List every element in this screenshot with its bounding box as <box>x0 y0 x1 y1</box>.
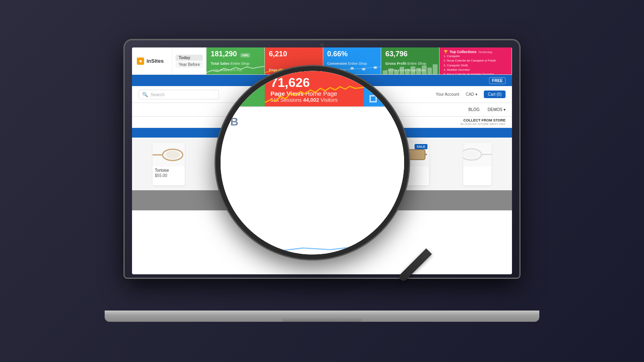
svg-point-7 <box>165 151 180 159</box>
insites-logo-icon: ■ <box>137 58 144 65</box>
page-views-number: 6,210 <box>269 50 319 58</box>
svg-point-27 <box>464 150 479 158</box>
collect-from-store: COLLECT FROM STORE IN OUR NY STORE NEXT … <box>460 118 506 126</box>
conversion-number: 0.66% <box>327 50 377 58</box>
mag-bottom-area: B <box>221 107 404 255</box>
product-img <box>153 142 185 167</box>
mag-wave-chart <box>265 84 364 107</box>
mag-bottom-letter: B <box>230 115 238 128</box>
mag-green-number: 15% <box>226 75 259 88</box>
insites-logo: ■ inSites <box>132 47 172 74</box>
search-box[interactable]: 🔍 Search <box>138 90 219 99</box>
mag-green-sublabel: Pcs <box>226 98 259 103</box>
product-tortoise-partial: Tortoise $55.00 <box>153 142 185 185</box>
mag-conversion-number: 0.6 <box>369 75 398 88</box>
mag-stats-bar: 15% Pcs 71,626 <box>221 71 404 107</box>
search-placeholder: Search <box>151 92 165 97</box>
collection-item-5: 5. Noua Colectie de Mobilier Dormitor <box>444 72 508 74</box>
laptop-screen: ■ inSites Today Year Before 181,290 +9% … <box>125 40 519 278</box>
svg-rect-21 <box>407 151 423 158</box>
insites-nav: Today Year Before <box>172 47 206 74</box>
cart-button[interactable]: Cart (0) <box>484 90 506 98</box>
insites-logo-text: inSites <box>147 58 164 64</box>
mag-stat-red: 71,626 Page Views Home Page 51k Sessions… <box>265 71 364 107</box>
sale-badge-watts: SALE <box>415 144 427 149</box>
product-img-white <box>463 142 491 167</box>
menu-demos[interactable]: DEMOS ▾ <box>488 106 506 113</box>
total-sales-number: 181,290 <box>211 50 237 58</box>
gross-profit-number: 63,796 <box>385 50 435 58</box>
laptop-base <box>105 311 539 322</box>
trophy-icon: 🏆 <box>444 50 448 54</box>
nav-today[interactable]: Today <box>175 55 203 61</box>
collection-item-4: 4. Mobilier Dormitor <box>444 68 508 72</box>
product-price-tortoise: $55.00 <box>153 173 185 180</box>
collections-title: 🏆 Top Collections Yesterday <box>444 50 508 54</box>
chevron-down-icon: ▾ <box>475 92 477 97</box>
menu-blog[interactable]: BLOG <box>469 106 480 113</box>
collection-item-3: 3. Canapele Stofă <box>444 63 508 68</box>
magnifier-overlay: 15% Pcs 71,626 <box>216 66 409 259</box>
collection-item-2: 2. Noua Colectie de Canapele și Fotolii <box>444 58 508 63</box>
product-name-tortoise: Tortoise <box>153 167 185 173</box>
mag-conversion-change: ▲2.2 <box>369 88 398 93</box>
mag-circle-indicator <box>369 95 377 103</box>
stat-top-collections: 🏆 Top Collections Yesterday 1. Canapele … <box>440 47 512 74</box>
magnifier-circle: 15% Pcs 71,626 <box>216 66 409 259</box>
account-link[interactable]: Your Account <box>436 92 459 97</box>
nav-year-before[interactable]: Year Before <box>175 62 203 68</box>
search-icon: 🔍 <box>142 92 148 97</box>
laptop-hinge <box>282 317 362 322</box>
total-sales-badge: +9% <box>240 53 250 58</box>
camera-dot <box>320 43 324 47</box>
magnified-content: 15% Pcs 71,626 <box>221 71 404 255</box>
mag-stat-green: 15% Pcs <box>221 71 265 107</box>
mag-stat-blue: 0.6 ▲2.2 <box>364 71 404 107</box>
product-partial-white <box>463 142 491 185</box>
currency-selector[interactable]: CAD ▾ <box>466 92 477 97</box>
shop-nav-free[interactable]: FREE <box>489 77 506 84</box>
collections-list: 1. Canapele 2. Noua Colectie de Canapele… <box>444 54 508 74</box>
collection-item-1: 1. Canapele <box>444 54 508 58</box>
laptop-wrapper: ■ inSites Today Year Before 181,290 +9% … <box>101 40 543 322</box>
